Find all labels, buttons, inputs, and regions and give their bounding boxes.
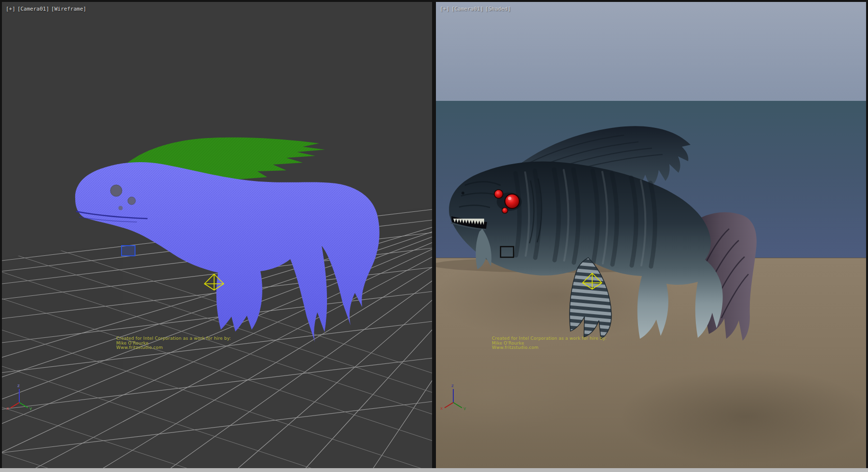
axis-label-z: z — [451, 383, 454, 388]
viewport-menu-pov[interactable]: [Camera01] — [451, 6, 483, 12]
annotation-line: Www.fritzstudio.com — [116, 346, 231, 350]
fish-eye-small — [502, 208, 508, 213]
axis-x-line — [11, 403, 19, 408]
fish-eye-spot — [119, 206, 123, 210]
nostril — [461, 192, 464, 194]
fish-eye-spot — [128, 197, 136, 205]
viewport-menu-general[interactable]: [+] — [440, 6, 449, 12]
scene-annotation: Created for Intel Corporation as a work … — [492, 336, 607, 350]
scene-annotation: Created for Intel Corporation as a work … — [116, 336, 231, 350]
viewport-wireframe[interactable]: [+][Camera01][Wireframe] — [2, 2, 432, 468]
viewport-label-shaded: [+][Camera01][Shaded] — [440, 6, 513, 12]
axis-y-line — [19, 403, 28, 408]
viewport-shaded[interactable]: [+][Camera01][Shaded] — [436, 2, 866, 468]
axis-x-line — [445, 403, 453, 408]
application-window: [+][Camera01][Wireframe] — [0, 0, 868, 472]
fish-eye-small — [494, 190, 503, 198]
axis-label-x: x — [6, 406, 9, 410]
viewport-menu-shading[interactable]: [Shaded] — [485, 6, 511, 12]
window-bottom-edge — [0, 468, 868, 472]
viewport-menu-general[interactable]: [+] — [6, 6, 15, 12]
viewport-label-wireframe: [+][Camera01][Wireframe] — [6, 6, 88, 12]
axis-label-y: y — [463, 406, 466, 410]
axis-y-line — [453, 403, 462, 408]
axis-label-z: z — [17, 383, 20, 388]
axis-tripod: z x y — [5, 381, 34, 410]
axis-tripod: z x y — [439, 381, 468, 410]
axis-label-y: y — [29, 406, 32, 410]
viewport-menu-shading[interactable]: [Wireframe] — [51, 6, 86, 12]
viewport-menu-pov[interactable]: [Camera01] — [17, 6, 49, 12]
axis-label-x: x — [440, 406, 443, 410]
scene-shaded — [436, 2, 866, 468]
eye-highlight — [508, 197, 512, 200]
scene-wireframe — [2, 2, 432, 468]
annotation-line: Www.fritzstudio.com — [492, 346, 607, 350]
selection-box-gizmo[interactable] — [122, 246, 135, 256]
fish-eye-spot — [110, 185, 122, 196]
fish-eye-main — [505, 194, 519, 208]
